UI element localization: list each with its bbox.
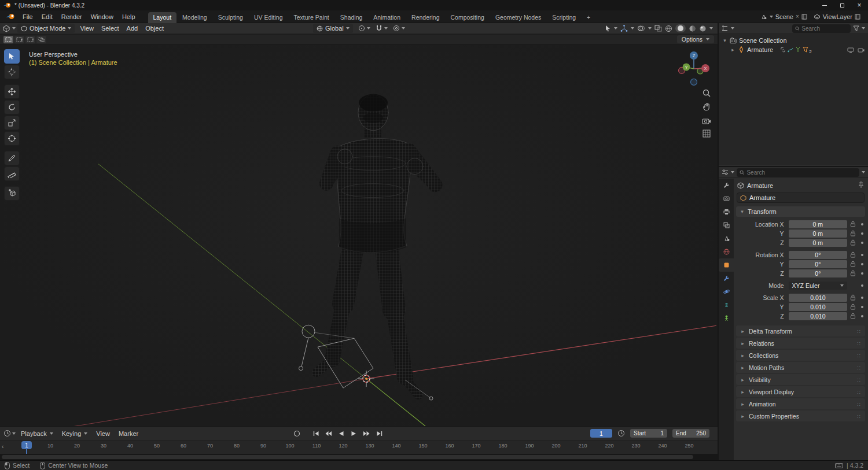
value-field[interactable]: 0 m xyxy=(789,230,848,238)
output-icon[interactable] xyxy=(719,205,734,219)
close-button[interactable]: × xyxy=(851,0,868,10)
lock-icon[interactable] xyxy=(847,251,858,258)
jump-to-start-button[interactable] xyxy=(310,429,321,438)
mode-dropdown[interactable]: Object Mode xyxy=(17,24,75,33)
add-cube-tool[interactable] xyxy=(4,186,20,201)
shading-rendered-icon[interactable] xyxy=(699,25,707,32)
select-mode-new-icon[interactable] xyxy=(3,36,13,43)
pan-hand-button[interactable] xyxy=(700,101,713,113)
jump-to-end-button[interactable] xyxy=(374,429,385,438)
panel-custom-properties[interactable]: ▸Custom Properties:: xyxy=(736,410,865,421)
play-reverse-button[interactable] xyxy=(336,429,347,438)
panel-animation[interactable]: ▸Animation:: xyxy=(736,398,865,409)
breadcrumb-object[interactable]: Armature xyxy=(747,182,773,189)
menu-window[interactable]: Window xyxy=(87,12,117,21)
value-field[interactable]: 0.010 xyxy=(789,294,848,302)
view-layer-icon[interactable] xyxy=(719,219,734,232)
properties-editor-caret-icon[interactable] xyxy=(731,171,734,173)
panel-visibility[interactable]: ▸Visibility:: xyxy=(736,374,865,385)
timeline-editor-icon[interactable] xyxy=(3,430,11,437)
properties-editor-icon[interactable] xyxy=(722,169,729,176)
properties-search-input[interactable] xyxy=(746,169,856,176)
use-preview-range-icon[interactable] xyxy=(617,430,625,437)
constraints-icon[interactable] xyxy=(719,298,734,312)
world-icon[interactable] xyxy=(719,245,734,258)
workspace-tab-rendering[interactable]: Rendering xyxy=(406,12,444,23)
minimize-button[interactable] xyxy=(816,0,833,10)
render-icon[interactable] xyxy=(719,192,734,205)
wireframe-figure[interactable] xyxy=(317,94,435,395)
pivot-icon[interactable] xyxy=(358,25,365,32)
armature-data-icon[interactable] xyxy=(795,47,801,53)
new-layer-icon[interactable] xyxy=(855,14,860,20)
link-icon[interactable] xyxy=(780,47,786,53)
blender-menu-icon[interactable] xyxy=(3,13,18,20)
viewport-menu-add[interactable]: Add xyxy=(123,24,142,32)
timeline-menu-keying[interactable]: Keying xyxy=(58,430,92,438)
value-field[interactable]: 0 m xyxy=(789,239,848,247)
lock-icon[interactable] xyxy=(847,221,858,227)
view-layer-selector[interactable]: ViewLayer xyxy=(811,13,863,20)
viewport-canvas[interactable]: Z X Y User Perspective (1) Scene Collect… xyxy=(0,45,718,426)
disclosure-icon[interactable]: ▸ xyxy=(730,47,735,53)
shading-material-icon[interactable] xyxy=(689,25,696,32)
snap-magnet-icon[interactable] xyxy=(376,25,382,32)
hide-viewport-icon[interactable] xyxy=(847,47,854,53)
value-field[interactable]: 0° xyxy=(789,269,848,277)
pose-icon[interactable] xyxy=(788,47,793,53)
outliner-editor-caret-icon[interactable] xyxy=(731,27,734,29)
decorator-dot[interactable] xyxy=(858,315,866,317)
outliner-row-scene-collection[interactable]: ▾ Scene Collection xyxy=(719,36,868,45)
outliner-row-armature[interactable]: ▸ Armature 2 xyxy=(719,45,868,54)
decorator-dot[interactable] xyxy=(858,272,866,275)
select-mode-intersect-icon[interactable] xyxy=(36,36,46,43)
value-field[interactable]: 0° xyxy=(789,251,848,259)
scale-tool[interactable] xyxy=(4,116,20,130)
selectability-icon[interactable] xyxy=(605,25,611,32)
current-frame-field[interactable]: 1 xyxy=(590,429,612,438)
auto-keying-icon[interactable] xyxy=(291,429,302,438)
annotate-tool[interactable] xyxy=(4,151,20,165)
toggle-ortho-button[interactable] xyxy=(700,127,713,140)
decorator-dot[interactable] xyxy=(858,242,866,244)
outliner-options-caret-icon[interactable] xyxy=(862,27,865,29)
proportional-caret-icon[interactable] xyxy=(402,27,405,29)
properties-search[interactable] xyxy=(737,168,859,177)
3d-cursor[interactable] xyxy=(358,371,374,387)
shading-caret-icon[interactable] xyxy=(709,27,713,29)
menu-edit[interactable]: Edit xyxy=(38,12,57,21)
timeline-ruler[interactable]: ‹ 1 102030405060708090100110120130140150… xyxy=(0,440,718,454)
maximize-button[interactable] xyxy=(833,0,851,10)
panel-collections[interactable]: ▸Collections:: xyxy=(736,350,865,361)
timeline-menu-view[interactable]: View xyxy=(92,430,114,438)
physics-icon[interactable] xyxy=(719,285,734,298)
lock-icon[interactable] xyxy=(847,230,858,236)
object-name-field[interactable]: Armature xyxy=(737,193,865,203)
measure-tool[interactable] xyxy=(4,166,20,181)
lock-icon[interactable] xyxy=(847,294,858,301)
editor-type-caret-icon[interactable] xyxy=(12,27,16,29)
next-keyframe-button[interactable] xyxy=(361,429,372,438)
lock-icon[interactable] xyxy=(847,270,858,276)
decorator-dot[interactable] xyxy=(858,263,866,265)
lock-icon[interactable] xyxy=(847,239,858,246)
outliner-search-input[interactable] xyxy=(801,25,848,32)
decorator-dot[interactable] xyxy=(858,232,866,235)
proportional-edit-icon[interactable] xyxy=(393,25,400,32)
select-box-tool[interactable] xyxy=(4,49,20,64)
options-dropdown[interactable]: Options xyxy=(677,35,714,43)
workspace-tab-uv-editing[interactable]: UV Editing xyxy=(249,12,288,23)
select-mode-subtract-icon[interactable] xyxy=(25,36,35,43)
overlays-caret-icon[interactable] xyxy=(648,27,652,29)
value-field[interactable]: 0.010 xyxy=(789,312,848,320)
gizmos-caret-icon[interactable] xyxy=(631,27,634,29)
workspace-tab-sculpting[interactable]: Sculpting xyxy=(213,12,248,23)
action-icon[interactable] xyxy=(803,47,808,53)
rotate-tool[interactable] xyxy=(4,100,20,114)
disable-render-icon[interactable] xyxy=(858,47,865,53)
workspace-tab-add[interactable]: + xyxy=(582,12,595,23)
shading-solid-icon[interactable] xyxy=(675,24,686,32)
mode-dropdown[interactable]: XYZ Euler xyxy=(789,282,848,290)
lock-icon[interactable] xyxy=(847,313,858,319)
move-tool[interactable] xyxy=(4,84,20,99)
